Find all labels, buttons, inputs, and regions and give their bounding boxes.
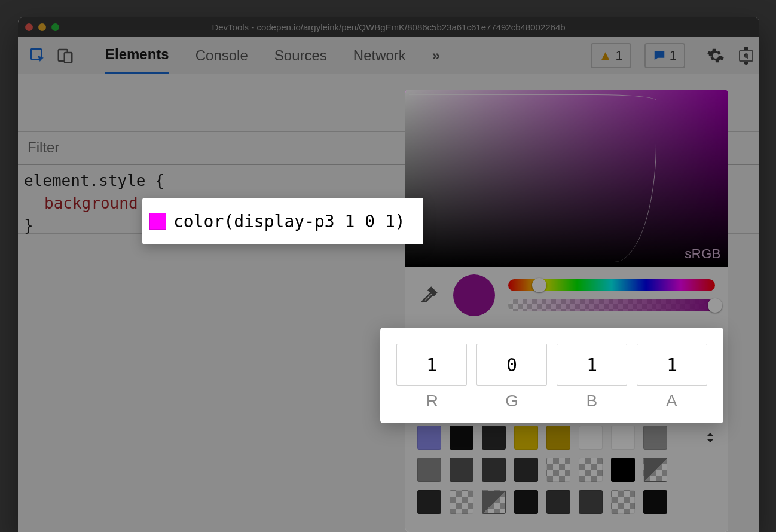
css-property-name[interactable]: background bbox=[44, 194, 138, 212]
hue-slider[interactable] bbox=[508, 279, 715, 291]
selector-open: element.style { bbox=[24, 172, 164, 189]
palette-chip[interactable] bbox=[417, 490, 441, 514]
rgba-input-panel: R G B A bbox=[380, 328, 723, 423]
saturation-value-area[interactable]: sRGB bbox=[405, 90, 728, 267]
warnings-badge[interactable]: ▲ 1 bbox=[591, 43, 631, 68]
warnings-count: 1 bbox=[616, 48, 623, 63]
settings-gear-icon[interactable] bbox=[707, 47, 725, 65]
palette-expand-icon[interactable] bbox=[704, 433, 716, 442]
palette-chip[interactable] bbox=[579, 458, 603, 482]
palette-chip[interactable] bbox=[417, 458, 441, 482]
palette-chip[interactable] bbox=[611, 426, 635, 450]
eyedropper-icon[interactable] bbox=[418, 285, 440, 305]
toggle-hover-icon[interactable] bbox=[739, 50, 753, 62]
palette-chip[interactable] bbox=[450, 490, 473, 514]
gamut-boundary-line bbox=[409, 94, 656, 262]
picker-controls-row bbox=[405, 267, 728, 324]
titlebar: DevTools - codepen.io/argyleink/pen/QWBg… bbox=[18, 17, 759, 37]
close-window-button[interactable] bbox=[25, 23, 33, 31]
palette-chip[interactable] bbox=[611, 458, 635, 482]
tabs-overflow-button[interactable]: » bbox=[432, 47, 440, 74]
inspect-element-icon[interactable] bbox=[29, 47, 47, 65]
window-controls bbox=[25, 23, 59, 31]
palette-chip[interactable] bbox=[482, 490, 506, 514]
label-r: R bbox=[397, 392, 468, 411]
tab-console[interactable]: Console bbox=[195, 47, 248, 74]
palette-chip[interactable] bbox=[643, 458, 667, 482]
tab-network[interactable]: Network bbox=[353, 47, 406, 74]
palette-chip[interactable] bbox=[546, 490, 570, 514]
alpha-slider[interactable] bbox=[508, 299, 715, 311]
selector-close: } bbox=[24, 216, 33, 234]
hue-thumb[interactable] bbox=[532, 278, 546, 292]
label-b: B bbox=[557, 392, 627, 411]
warning-icon: ▲ bbox=[599, 48, 612, 63]
palette-chip[interactable] bbox=[514, 426, 538, 450]
palette-chip[interactable] bbox=[450, 458, 473, 482]
palette-chip[interactable] bbox=[579, 490, 603, 514]
svg-rect-2 bbox=[65, 53, 72, 62]
channel-b-input[interactable] bbox=[557, 344, 627, 386]
palette-chip[interactable] bbox=[643, 426, 667, 450]
messages-badge[interactable]: 1 bbox=[644, 43, 685, 68]
panel-tabs: Elements Console Sources Network » bbox=[105, 36, 440, 74]
window-title: DevTools - codepen.io/argyleink/pen/QWBg… bbox=[18, 22, 759, 32]
current-color-swatch bbox=[453, 274, 495, 316]
color-palette bbox=[405, 420, 728, 520]
maximize-window-button[interactable] bbox=[51, 23, 59, 31]
alpha-thumb[interactable] bbox=[708, 298, 722, 313]
palette-chip[interactable] bbox=[643, 490, 667, 514]
color-picker-panel: sRGB bbox=[405, 90, 728, 532]
device-toggle-icon[interactable] bbox=[56, 47, 74, 65]
palette-chip[interactable] bbox=[546, 426, 570, 450]
palette-chip[interactable] bbox=[514, 490, 538, 514]
minimize-window-button[interactable] bbox=[38, 23, 46, 31]
palette-chip[interactable] bbox=[450, 426, 473, 450]
palette-chip[interactable] bbox=[417, 426, 441, 450]
devtools-toolbar: Elements Console Sources Network » ▲ 1 1 bbox=[18, 37, 759, 74]
palette-chip[interactable] bbox=[579, 426, 603, 450]
messages-count: 1 bbox=[670, 48, 677, 63]
gamut-label: sRGB bbox=[685, 246, 721, 262]
color-swatch-icon[interactable] bbox=[149, 213, 166, 230]
color-value-popover: color(display-p3 1 0 1) bbox=[142, 198, 423, 244]
channel-r-input[interactable] bbox=[396, 344, 467, 386]
palette-chip[interactable] bbox=[482, 426, 506, 450]
tab-elements[interactable]: Elements bbox=[105, 46, 169, 74]
tab-sources[interactable]: Sources bbox=[274, 47, 327, 74]
channel-g-input[interactable] bbox=[476, 344, 547, 386]
label-g: G bbox=[477, 392, 548, 411]
palette-chip[interactable] bbox=[514, 458, 538, 482]
palette-chip[interactable] bbox=[482, 458, 506, 482]
palette-chip[interactable] bbox=[611, 490, 635, 514]
channel-a-input[interactable] bbox=[637, 344, 707, 386]
message-icon bbox=[653, 49, 666, 62]
color-value-text[interactable]: color(display-p3 1 0 1) bbox=[173, 212, 405, 231]
label-a: A bbox=[637, 392, 707, 411]
palette-chip[interactable] bbox=[546, 458, 570, 482]
